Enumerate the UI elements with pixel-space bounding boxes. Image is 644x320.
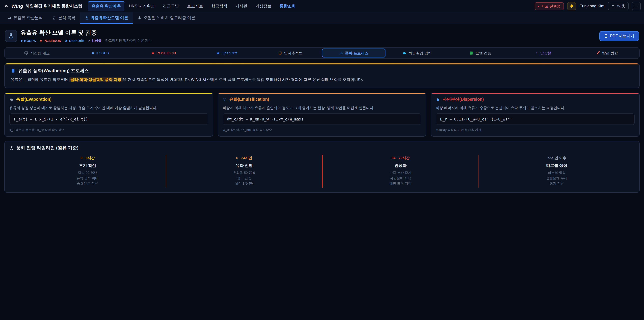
weathering-desc-post: 을 거쳐 지속적으로 특성이 변화합니다. WING 시스템은 주요 풍화 프로… <box>123 78 363 82</box>
badge-label: POSEIDON <box>44 39 62 43</box>
tab-label: 오일펜스 배치 알고리즘 이론 <box>144 15 195 21</box>
process-card-description: 파랑 에너지에 의해 유류가 수중으로 분산되어 유막 두께가 감소하는 과정입… <box>436 105 634 110</box>
tab-oilfence-algorithm-theory[interactable]: 오일펜스 배치 알고리즘 이론 <box>133 13 200 24</box>
section-tab-particle-tracking[interactable]: 입자추적법 <box>258 49 322 57</box>
pdf-export-button[interactable]: PDF 내보내기 <box>600 31 639 41</box>
bolt-icon: ⚡ <box>536 51 538 55</box>
formula-note: W_c: 함수율 / K_em: 유화 속도상수 <box>222 128 421 132</box>
doc-icon <box>52 16 56 20</box>
model-badge-앙상블: ⚡앙상블 <box>88 38 102 43</box>
phase-detail: 증발 20-30% <box>13 170 162 176</box>
nav-item-oil-spill-prediction[interactable]: 유출유 확산예측 <box>88 1 124 11</box>
formula-note: Mackay 경험식 기반 분산율 계산 <box>436 128 634 132</box>
section-tab-label: 앙상블 <box>540 51 552 56</box>
notifications-button[interactable] <box>567 2 576 10</box>
phase-name: 유화 진행 <box>170 163 319 168</box>
weathering-section: 유출유 풍화(Weathering) 프로세스 유출유는 해면에 유출된 직후부… <box>4 63 640 88</box>
section-tab-label: KOSPS <box>96 51 109 55</box>
rocket-icon <box>596 51 600 55</box>
target-icon <box>278 51 282 55</box>
clock-icon <box>10 146 14 150</box>
phase-detail: 유화율 50-70% <box>170 170 319 176</box>
cloud-icon <box>402 51 406 55</box>
process-card-description: 파랑에 의해 해수가 유류에 혼입되어 점도가 크게 증가하는 현상. 방제 작… <box>222 105 421 110</box>
timeline-phase-initial-spread: 0 - 6시간초기 확산증발 20-30%유막 급속 확대중질유분 잔류 <box>10 155 166 188</box>
app-title: 해양환경 위기대응 통합시스템 <box>26 3 82 9</box>
section-tab-label: 해양환경 입력 <box>408 51 432 56</box>
section-tab-ocean-env-input[interactable]: 해양환경 입력 <box>386 49 449 57</box>
badge-label: KOSPS <box>24 39 36 43</box>
process-card-grid: 증발(Evaporation)유류의 경질 성분이 대기로 증발하는 과정. 유… <box>4 93 640 137</box>
phase-detail: 자연분해 시작 <box>326 176 475 181</box>
model-badge-opendrift: ◉OpenDrift <box>65 39 84 43</box>
pdf-icon <box>604 34 608 38</box>
pdf-export-label: PDF 내보내기 <box>610 33 634 39</box>
nav-item-reports[interactable]: 보고자료 <box>183 1 207 11</box>
tab-spill-model-theory[interactable]: 유출유확산모델 이론 <box>80 13 133 24</box>
formula-text: F_e(t) = Σ x_i·(1 - e^(-k_ei·t)) <box>14 117 88 122</box>
top-navbar: Wing 해양환경 위기대응 통합시스템 유출유 확산예측HNS·대기확산긴급구… <box>0 0 644 13</box>
phase-detail: 타르볼 형성 <box>482 170 631 176</box>
hamburger-icon <box>634 4 638 8</box>
phase-time: 6 - 24시간 <box>170 156 319 160</box>
phase-detail: 중질유분 잔류 <box>13 181 162 186</box>
section-tab-ensemble[interactable]: ⚡앙상블 <box>512 49 576 57</box>
hamburger-menu-button[interactable] <box>632 2 641 10</box>
process-card-title: 자연분산(Dispersion) <box>436 97 634 102</box>
process-title-text: 증발(Evaporation) <box>16 97 52 102</box>
nav-item-aerial-search[interactable]: 항공탐색 <box>208 1 231 11</box>
section-tab-system-overview[interactable]: 시스템 개요 <box>5 49 69 57</box>
nav-item-hns-air-dispersion[interactable]: HNS·대기확산 <box>125 1 158 11</box>
section-tab-weathering-process[interactable]: 풍화 프로세스 <box>322 49 386 57</box>
tab-label: 유출유 확산분석 <box>14 15 43 21</box>
logout-button[interactable]: 로그아웃 <box>608 2 628 10</box>
section-tab-model-validation[interactable]: 모델 검증 <box>448 49 512 57</box>
timeline-phase-stabilization: 24 - 72시간안정화수중 분산 증가자연분해 시작해안 표착 위험 <box>322 155 478 188</box>
phase-name: 초기 확산 <box>13 163 162 168</box>
formula-text: dW_c/dt = K_em·U_w²·(1-W_c/W_max) <box>227 117 304 122</box>
incident-status-label: 사고 진행중 <box>541 4 560 9</box>
phase-detail: 점도 급증 <box>170 176 319 181</box>
model-badges: ◆KOSPS◉POSEIDON◉OpenDrift⚡앙상블라그랑지안 입자추적 … <box>20 38 152 43</box>
page-header: 유출유 확산 모델 이론 및 검증 ◆KOSPS◉POSEIDON◉OpenDr… <box>4 28 640 43</box>
circle-dot-icon: ◉ <box>65 39 68 42</box>
section-tab-poseidon[interactable]: ◉POSEIDON <box>132 49 196 57</box>
phase-detail: 장기 잔류 <box>482 181 631 186</box>
formula-box: dW_c/dt = K_em·U_w²·(1-W_c/W_max) <box>222 113 421 125</box>
app-logo[interactable]: Wing 해양환경 위기대응 통합시스템 <box>4 3 82 9</box>
section-tab-opendrift[interactable]: ◉OpenDrift <box>196 49 259 57</box>
incident-status-badge[interactable]: ● 사고 진행중 <box>535 2 564 10</box>
section-tab-kosps[interactable]: ◆KOSPS <box>69 49 132 57</box>
process-title-text: 자연분산(Dispersion) <box>442 97 484 102</box>
section-tab-future-direction[interactable]: 발전 방향 <box>575 49 639 57</box>
process-card-emulsification: 유화(Emulsification)파랑에 의해 해수가 유류에 혼입되어 점도… <box>218 93 426 137</box>
section-tab-label: 입자추적법 <box>284 51 302 56</box>
nav-item-weather-info[interactable]: 기상정보 <box>252 1 275 11</box>
phase-detail: 해안 표착 위험 <box>326 181 475 186</box>
process-card-title: 증발(Evaporation) <box>10 97 208 102</box>
weathering-title: 유출유 풍화(Weathering) 프로세스 <box>18 68 89 74</box>
phase-detail: 수중 분산 증가 <box>326 170 475 176</box>
bolt-icon: ⚡ <box>88 39 90 42</box>
nav-item-emergency-rescue[interactable]: 긴급구난 <box>159 1 183 11</box>
app-root: Wing 해양환경 위기대응 통합시스템 유출유 확산예측HNS·대기확산긴급구… <box>0 0 644 320</box>
section-tab-label: 발전 방향 <box>602 51 618 56</box>
flask-small-icon <box>85 16 89 20</box>
page-title: 유출유 확산 모델 이론 및 검증 <box>20 29 152 37</box>
phase-time: 72시간 이후 <box>482 156 631 160</box>
badge-label: 앙상블 <box>92 38 102 43</box>
formula-text: D_r = 0.11·(U_w+U_c)²·(1+U_w)⁻¹ <box>440 117 512 122</box>
tab-spill-analysis[interactable]: 유출유 확산분석 <box>3 13 48 24</box>
formula-box: F_e(t) = Σ x_i·(1 - e^(-k_ei·t)) <box>10 113 208 125</box>
formula-box: D_r = 0.11·(U_w+U_c)²·(1+U_w)⁻¹ <box>436 113 634 125</box>
nav-item-board[interactable]: 게시판 <box>232 1 251 11</box>
tab-analysis-list[interactable]: 분석 목록 <box>48 13 80 24</box>
phase-name: 타르볼 생성 <box>482 163 631 168</box>
phase-detail: 유막 급속 확대 <box>13 176 162 181</box>
nav-item-integrated-search[interactable]: 통합조회 <box>276 1 299 11</box>
section-tab-strip: 시스템 개요◆KOSPS◉POSEIDON◉OpenDrift입자추적법풍화 프… <box>4 47 640 59</box>
chart-icon <box>339 51 343 55</box>
tab-label: 분석 목록 <box>58 15 76 21</box>
timeline-title: 풍화 진행 타임라인 (원유 기준) <box>16 145 78 151</box>
main-content: 유출유 확산 모델 이론 및 검증 ◆KOSPS◉POSEIDON◉OpenDr… <box>0 24 644 193</box>
